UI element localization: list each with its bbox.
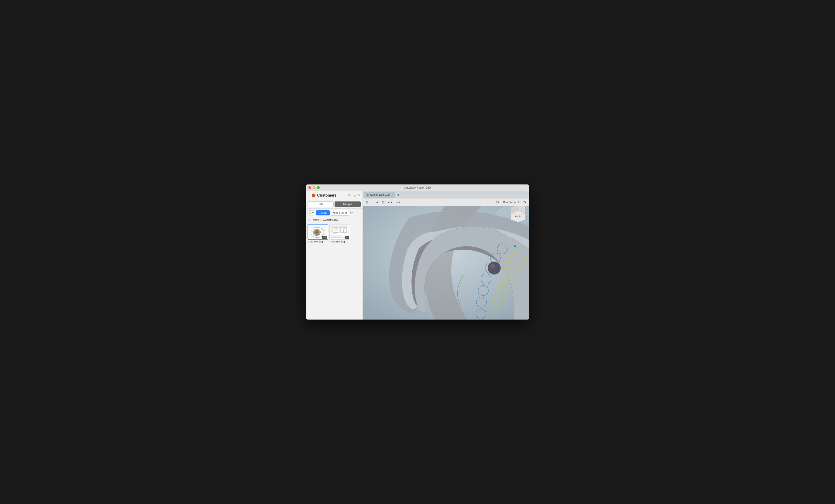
sidebar-close-button[interactable]: × — [358, 193, 360, 197]
svg-point-44 — [488, 261, 501, 275]
toolbar-right: ⏱ Ben Carlson ▾ ?▾ — [495, 200, 527, 205]
svg-point-8 — [316, 231, 318, 233]
close-button[interactable] — [308, 186, 311, 189]
file-type-icon-drawing: ▭ — [329, 240, 331, 243]
tab-people[interactable]: People — [334, 202, 361, 207]
viewer-toolbar: ⊞ ▭▾ ⊡ ↩▾ ↪▾ ⏱ Ben Carlson ▾ ?▾ — [363, 198, 529, 206]
sidebar-tabs: Data People — [306, 200, 363, 209]
help-button[interactable]: ?▾ — [522, 200, 527, 205]
traffic-lights — [308, 186, 320, 189]
breadcrumb-home[interactable]: △ — [308, 218, 310, 221]
sidebar-title: Customers — [317, 193, 345, 197]
sidebar-back-button[interactable]: ‹ — [308, 193, 310, 198]
viewer-tab-icon: ◎ — [367, 193, 369, 196]
user-dropdown-icon: ▾ — [518, 201, 519, 204]
svg-point-42 — [514, 245, 516, 247]
svg-point-45 — [490, 264, 495, 269]
breadcrumb-current[interactable]: Avialoft-EDC — [323, 218, 338, 221]
undo-button[interactable]: ↩▾ — [387, 200, 393, 205]
view-icon: ☰ — [309, 211, 312, 214]
file-name-drawing: Avialoft-Eagl Dra... — [332, 240, 348, 243]
user-menu-button[interactable]: Ben Carlson ▾ — [502, 200, 521, 204]
sidebar-files: V16 V16 ◎ Avialoft-Eagl — [306, 223, 363, 319]
view-dropdown-icon: ▾ — [312, 211, 313, 214]
app-window: Autodesk Fusion 360 ‹ Customers — [306, 185, 529, 319]
breadcrumb: △ › master › Avialoft-EDC — [306, 217, 363, 223]
grid-view-button[interactable]: ⊞ — [365, 200, 370, 205]
breadcrumb-master[interactable]: master — [313, 218, 321, 221]
file-name-row-3d: ◎ Avialoft-Eagl — [308, 240, 328, 243]
user-label: Ben Carlson — [503, 201, 517, 204]
viewer-canvas[interactable]: FRONT X ▲ — [363, 206, 529, 319]
viewer: ◎ Avialoft-Eagl v16* × + ⊞ ▭▾ ⊡ ↩▾ ↪▾ ⏱ … — [363, 191, 529, 319]
file-version-3d: V16 — [322, 236, 327, 239]
upload-button[interactable]: Upload — [316, 210, 330, 215]
viewer-tab-label: Avialoft-Eagl v16* — [370, 193, 390, 196]
file-type-icon-3d: ◎ — [308, 240, 310, 243]
sidebar-toolbar: ☰ ▾ Upload New Folder ⚙ — [306, 209, 363, 217]
minimize-button[interactable] — [313, 186, 315, 189]
gear-scene-svg: FRONT X — [363, 206, 529, 319]
toolbar-sep-1 — [371, 200, 371, 204]
window-title: Autodesk Fusion 360 — [405, 186, 431, 189]
save-button[interactable]: ⊡ — [381, 200, 386, 205]
file-name-3d: Avialoft-Eagl — [310, 240, 323, 243]
sidebar-header-actions: ⟳ ⌕ × — [347, 193, 360, 198]
tab-data[interactable]: Data — [308, 202, 333, 207]
viewer-tabs-bar: ◎ Avialoft-Eagl v16* × + — [363, 191, 529, 198]
new-folder-button[interactable]: New Folder — [331, 210, 349, 216]
title-bar: Autodesk Fusion 360 — [306, 185, 529, 191]
viewer-tab-close-button[interactable]: × — [392, 193, 393, 196]
svg-text:FRONT: FRONT — [515, 215, 522, 217]
viewer-tab-active[interactable]: ◎ Avialoft-Eagl v16* × — [364, 192, 395, 198]
search-button[interactable]: ⌕ — [353, 193, 357, 198]
maximize-button[interactable] — [317, 186, 320, 189]
redo-button[interactable]: ↪▾ — [394, 200, 401, 205]
sidebar: ‹ Customers ⟳ ⌕ × — [306, 191, 363, 319]
view-toggle-button[interactable]: ☰ ▾ — [308, 210, 315, 215]
main-content: ‹ Customers ⟳ ⌕ × — [306, 191, 529, 319]
refresh-button[interactable]: ⟳ — [347, 193, 351, 198]
file-version-drawing: V1 — [345, 236, 349, 239]
file-menu-button[interactable]: ▭▾ — [373, 200, 380, 205]
add-tab-button[interactable]: + — [396, 192, 401, 197]
file-thumbnail-drawing: V1 — [329, 224, 350, 240]
breadcrumb-sep-2: › — [321, 218, 322, 221]
svg-text:X: X — [526, 215, 528, 217]
file-item-3d[interactable]: V16 V16 ◎ Avialoft-Eagl — [308, 224, 328, 243]
breadcrumb-sep-1: › — [311, 218, 312, 221]
file-name-row-drawing: ▭ Avialoft-Eagl Dra... — [329, 240, 350, 243]
fusion-logo-icon — [311, 193, 316, 197]
sidebar-header: ‹ Customers ⟳ ⌕ × — [306, 191, 363, 200]
settings-button[interactable]: ⚙ — [350, 211, 353, 215]
history-button[interactable]: ⏱ — [495, 200, 500, 205]
file-thumbnail-3d: V16 V16 — [308, 224, 328, 240]
file-item-drawing[interactable]: V1 ▭ Avialoft-Eagl Dra... — [329, 224, 350, 243]
svg-rect-10 — [331, 226, 348, 237]
